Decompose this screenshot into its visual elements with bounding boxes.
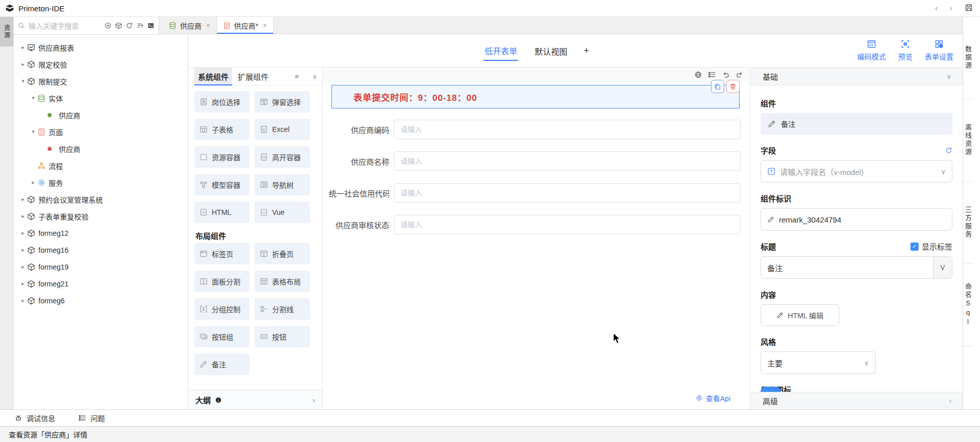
palette-component[interactable]: 岗位选择 (194, 91, 250, 113)
tree-item[interactable]: ▾ 限制提交 (14, 73, 188, 90)
palette-component[interactable]: 表格布局 (255, 271, 310, 292)
palette-component[interactable]: 资源容器 (194, 146, 250, 168)
advanced-section-bar[interactable]: 高级 › (750, 392, 963, 409)
redo-icon[interactable] (736, 71, 744, 79)
tree-item[interactable]: ▸ 限定校验 (14, 56, 188, 73)
palette-component[interactable]: 分组控制 (194, 298, 250, 320)
search-input[interactable]: 输入关键字搜索 (29, 20, 104, 31)
tree-item[interactable]: ▾ 页面 (14, 123, 188, 140)
form-field-input[interactable] (394, 215, 741, 234)
tree-item[interactable]: ▸ formeg6 (14, 292, 188, 309)
form-field-row[interactable]: 统一社会信用代码 (323, 183, 750, 203)
variable-picker-button[interactable]: V (933, 257, 952, 278)
tree-item[interactable]: ▸ formeg19 (14, 258, 188, 275)
tree-expander[interactable]: ▸ (29, 179, 37, 186)
form-field-input[interactable] (394, 151, 741, 171)
palette-component[interactable]: 标签页 (194, 243, 250, 264)
tree-expander[interactable]: ▾ (29, 128, 37, 135)
form-canvas[interactable]: 表单提交时间：9：00-18：00 供应商编码 供应商名称 统一社会信用代码 供… (323, 68, 750, 409)
document-tab[interactable]: 供应商 × (163, 17, 217, 34)
add-view-button[interactable]: + (584, 46, 589, 56)
close-icon[interactable]: × (206, 21, 210, 29)
palette-component[interactable]: Excel (255, 119, 310, 140)
palette-component[interactable]: 导航树 (255, 174, 310, 195)
palette-component[interactable]: 备注 (194, 353, 250, 375)
tree-expander[interactable]: ▸ (19, 61, 27, 68)
undo-icon[interactable] (722, 71, 730, 79)
tree-item[interactable]: ▸ formeg21 (14, 275, 188, 292)
tree-item[interactable]: 供应商 (14, 106, 188, 123)
palette-component[interactable]: 按钮组 (194, 326, 250, 347)
checkbox-checked-icon[interactable]: ✓ (910, 242, 919, 251)
copy-component-button[interactable] (711, 80, 724, 93)
html-edit-button[interactable]: HTML 编辑 (761, 304, 839, 326)
activity-item-resources[interactable]: 资源 (0, 17, 13, 47)
inspector-basic-header[interactable]: 基础 ∨ (750, 68, 963, 85)
tree-item[interactable]: ▾ 实体 (14, 90, 188, 106)
remark-component-selected[interactable]: 表单提交时间：9：00-18：00 (331, 85, 740, 108)
delete-component-button[interactable] (726, 80, 740, 93)
tree-item[interactable]: ▸ formeg12 (14, 225, 188, 241)
tree-item[interactable]: ▸ formeg16 (14, 241, 188, 258)
identifier-input[interactable]: remark_30424794 (761, 208, 952, 231)
chevron-right-icon[interactable]: › (313, 395, 315, 404)
refresh-icon[interactable] (945, 147, 952, 154)
nav-forward-icon[interactable]: › (945, 3, 956, 13)
tree-expander[interactable]: ▸ (19, 263, 27, 270)
outline-bar[interactable]: 大纲 › (188, 390, 322, 409)
new-package-icon[interactable] (115, 22, 122, 29)
palette-component[interactable]: 模型容器 (194, 174, 250, 195)
form-field-row[interactable]: 供应商编码 (323, 120, 750, 139)
tree-expander[interactable]: ▸ (19, 213, 27, 219)
close-icon[interactable]: × (263, 21, 267, 29)
view-tab[interactable]: 默认视图 (533, 42, 568, 60)
view-api-link[interactable]: 查看Api (696, 393, 730, 403)
palette-component[interactable]: 折叠页 (255, 243, 310, 264)
tree-expander[interactable]: ▸ (19, 230, 27, 236)
field-select[interactable]: 请输入字段名（v-model) ∨ (761, 160, 952, 183)
explorer-search-bar[interactable]: 输入关键字搜索 (14, 17, 159, 35)
title-input[interactable]: 备注 V (761, 256, 952, 279)
tree-expander[interactable]: ▸ (19, 297, 27, 304)
palette-component[interactable]: 弹窗选择 (255, 91, 310, 113)
show-label-checkbox-wrap[interactable]: ✓ 显示标签 (910, 241, 952, 252)
tree-expander[interactable]: ▸ (19, 280, 27, 287)
document-tab[interactable]: 供应商* × (217, 17, 274, 34)
palette-scroll-area[interactable]: 岗位选择 弹窗选择 子表格 Excel 资源容器 (188, 86, 322, 390)
right-strip-item[interactable]: 离线资源 (963, 99, 973, 182)
palette-component[interactable]: 按钮 (255, 326, 310, 347)
tree-item[interactable]: ▸ 供应商报表 (14, 39, 188, 56)
tree-item[interactable]: 流程 (14, 157, 188, 174)
globe-icon[interactable] (694, 71, 702, 79)
palette-tab[interactable]: 系统组件 (194, 68, 232, 85)
form-settings-button[interactable]: 表单设置 (925, 39, 953, 61)
tree-expander[interactable]: ▸ (19, 196, 27, 203)
form-field-row[interactable]: 供应商审核状态 (323, 215, 750, 234)
right-strip-item[interactable]: 三方服务 (963, 182, 973, 264)
outline-tree-icon[interactable] (708, 71, 716, 79)
tree-expander[interactable]: ▸ (19, 44, 27, 51)
chevron-down-icon[interactable]: ∨ (312, 73, 317, 80)
palette-component[interactable]: 高开容器 (255, 146, 310, 168)
info-icon[interactable] (215, 396, 222, 404)
palette-component[interactable]: 子表格 (194, 119, 250, 140)
tree-item[interactable]: 供应商 (14, 140, 188, 157)
console-icon[interactable] (147, 22, 154, 29)
tree-item[interactable]: ▸ 子表单重复校验 (14, 208, 188, 225)
form-field-input[interactable] (394, 183, 741, 203)
palette-component[interactable]: 分割线 (255, 298, 310, 320)
nav-back-icon[interactable]: ‹ (931, 3, 942, 13)
problems-button[interactable]: 问题 (78, 413, 105, 423)
tree-item[interactable]: ▸ 服务 (14, 174, 188, 191)
palette-menu-icon[interactable]: ≡ (295, 73, 299, 80)
tree-expander[interactable]: ▾ (19, 78, 27, 84)
palette-component[interactable]: HTML (194, 202, 250, 223)
tree-item[interactable]: ▸ 预约会议室管理系统 (14, 191, 188, 208)
right-strip-item[interactable]: 数据源 (963, 17, 973, 99)
form-field-row[interactable]: 供应商名称 (323, 151, 750, 171)
debug-info-button[interactable]: 调试信息 (14, 413, 55, 423)
right-strip-item[interactable]: 命名Sql (963, 264, 973, 346)
style-select[interactable]: 主要 ∨ (761, 351, 876, 374)
preview-button[interactable]: 预览 (898, 39, 912, 61)
form-field-input[interactable] (394, 120, 741, 139)
